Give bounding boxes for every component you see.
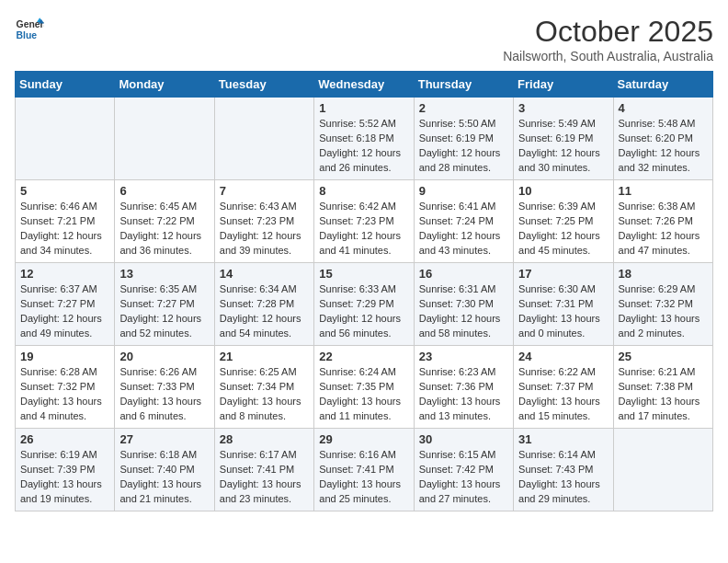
- calendar-cell: 19Sunrise: 6:28 AM Sunset: 7:32 PM Dayli…: [16, 346, 115, 429]
- day-info: Sunrise: 5:49 AM Sunset: 6:19 PM Dayligh…: [518, 117, 608, 176]
- logo: General Blue: [15, 15, 44, 44]
- day-number: 11: [619, 184, 708, 198]
- week-row-1: 1Sunrise: 5:52 AM Sunset: 6:18 PM Daylig…: [16, 98, 713, 180]
- calendar-cell: 2Sunrise: 5:50 AM Sunset: 6:19 PM Daylig…: [414, 98, 513, 180]
- day-info: Sunrise: 6:33 AM Sunset: 7:29 PM Dayligh…: [319, 282, 408, 341]
- calendar-cell: 5Sunrise: 6:46 AM Sunset: 7:21 PM Daylig…: [16, 180, 115, 263]
- day-info: Sunrise: 6:28 AM Sunset: 7:32 PM Dayligh…: [20, 365, 109, 424]
- day-info: Sunrise: 6:26 AM Sunset: 7:33 PM Dayligh…: [119, 365, 209, 424]
- day-info: Sunrise: 6:39 AM Sunset: 7:25 PM Dayligh…: [518, 200, 608, 259]
- day-number: 7: [220, 184, 309, 198]
- week-row-4: 19Sunrise: 6:28 AM Sunset: 7:32 PM Dayli…: [16, 346, 713, 429]
- day-info: Sunrise: 6:42 AM Sunset: 7:23 PM Dayligh…: [319, 200, 408, 259]
- title-block: October 2025 Nailsworth, South Australia…: [503, 15, 713, 63]
- day-info: Sunrise: 6:18 AM Sunset: 7:40 PM Dayligh…: [119, 448, 209, 507]
- day-number: 14: [220, 267, 309, 281]
- calendar-cell: 31Sunrise: 6:14 AM Sunset: 7:43 PM Dayli…: [514, 429, 613, 511]
- calendar-cell: 6Sunrise: 6:45 AM Sunset: 7:22 PM Daylig…: [115, 180, 214, 263]
- calendar-cell: 16Sunrise: 6:31 AM Sunset: 7:30 PM Dayli…: [414, 263, 513, 346]
- day-number: 30: [419, 432, 508, 446]
- day-number: 19: [20, 350, 109, 363]
- header-day-sunday: Sunday: [16, 72, 115, 98]
- calendar-cell: 29Sunrise: 6:16 AM Sunset: 7:41 PM Dayli…: [314, 429, 414, 511]
- calendar-cell: 15Sunrise: 6:33 AM Sunset: 7:29 PM Dayli…: [314, 263, 414, 346]
- day-number: 21: [220, 350, 309, 363]
- svg-text:Blue: Blue: [17, 30, 38, 40]
- calendar-cell: 12Sunrise: 6:37 AM Sunset: 7:27 PM Dayli…: [16, 263, 115, 346]
- calendar-cell: 1Sunrise: 5:52 AM Sunset: 6:18 PM Daylig…: [314, 98, 414, 180]
- day-number: 12: [20, 267, 109, 281]
- calendar-cell: 26Sunrise: 6:19 AM Sunset: 7:39 PM Dayli…: [16, 429, 115, 511]
- day-number: 27: [119, 432, 209, 446]
- calendar-cell: 7Sunrise: 6:43 AM Sunset: 7:23 PM Daylig…: [214, 180, 313, 263]
- header-day-saturday: Saturday: [613, 72, 712, 98]
- day-info: Sunrise: 6:25 AM Sunset: 7:34 PM Dayligh…: [220, 365, 309, 424]
- day-info: Sunrise: 6:31 AM Sunset: 7:30 PM Dayligh…: [419, 282, 508, 341]
- day-number: 28: [220, 432, 309, 446]
- day-info: Sunrise: 6:30 AM Sunset: 7:31 PM Dayligh…: [518, 282, 608, 341]
- day-number: 17: [518, 267, 608, 281]
- day-number: 2: [419, 101, 508, 115]
- calendar-cell: 22Sunrise: 6:24 AM Sunset: 7:35 PM Dayli…: [314, 346, 414, 429]
- day-number: 25: [619, 350, 708, 363]
- day-number: 22: [319, 350, 408, 363]
- day-info: Sunrise: 6:37 AM Sunset: 7:27 PM Dayligh…: [20, 282, 109, 341]
- calendar-cell: 17Sunrise: 6:30 AM Sunset: 7:31 PM Dayli…: [514, 263, 613, 346]
- day-number: 18: [619, 267, 708, 281]
- day-number: 5: [20, 184, 109, 198]
- day-number: 16: [419, 267, 508, 281]
- day-info: Sunrise: 5:48 AM Sunset: 6:20 PM Dayligh…: [619, 117, 708, 176]
- day-number: 23: [419, 350, 508, 363]
- day-info: Sunrise: 6:34 AM Sunset: 7:28 PM Dayligh…: [220, 282, 309, 341]
- calendar-cell: 8Sunrise: 6:42 AM Sunset: 7:23 PM Daylig…: [314, 180, 414, 263]
- header-day-monday: Monday: [115, 72, 214, 98]
- calendar-cell: 13Sunrise: 6:35 AM Sunset: 7:27 PM Dayli…: [115, 263, 214, 346]
- day-info: Sunrise: 6:14 AM Sunset: 7:43 PM Dayligh…: [518, 448, 608, 507]
- day-number: 10: [518, 184, 608, 198]
- day-info: Sunrise: 6:22 AM Sunset: 7:37 PM Dayligh…: [518, 365, 608, 424]
- calendar-cell: 21Sunrise: 6:25 AM Sunset: 7:34 PM Dayli…: [214, 346, 313, 429]
- calendar-cell: 24Sunrise: 6:22 AM Sunset: 7:37 PM Dayli…: [514, 346, 613, 429]
- calendar-cell: 11Sunrise: 6:38 AM Sunset: 7:26 PM Dayli…: [613, 180, 712, 263]
- day-info: Sunrise: 6:21 AM Sunset: 7:38 PM Dayligh…: [619, 365, 708, 424]
- week-row-3: 12Sunrise: 6:37 AM Sunset: 7:27 PM Dayli…: [16, 263, 713, 346]
- calendar-table: SundayMondayTuesdayWednesdayThursdayFrid…: [15, 71, 713, 511]
- day-number: 4: [619, 101, 708, 115]
- calendar-cell: 27Sunrise: 6:18 AM Sunset: 7:40 PM Dayli…: [115, 429, 214, 511]
- calendar-cell: [613, 429, 712, 511]
- day-info: Sunrise: 6:23 AM Sunset: 7:36 PM Dayligh…: [419, 365, 508, 424]
- page-header: General Blue October 2025 Nailsworth, So…: [15, 15, 713, 63]
- day-info: Sunrise: 6:35 AM Sunset: 7:27 PM Dayligh…: [119, 282, 209, 341]
- day-info: Sunrise: 5:50 AM Sunset: 6:19 PM Dayligh…: [419, 117, 508, 176]
- day-number: 6: [119, 184, 209, 198]
- day-info: Sunrise: 6:45 AM Sunset: 7:22 PM Dayligh…: [119, 200, 209, 259]
- header-row: SundayMondayTuesdayWednesdayThursdayFrid…: [16, 72, 713, 98]
- day-info: Sunrise: 6:16 AM Sunset: 7:41 PM Dayligh…: [319, 448, 408, 507]
- day-number: 9: [419, 184, 508, 198]
- day-info: Sunrise: 6:41 AM Sunset: 7:24 PM Dayligh…: [419, 200, 508, 259]
- header-day-friday: Friday: [514, 72, 613, 98]
- day-info: Sunrise: 6:43 AM Sunset: 7:23 PM Dayligh…: [220, 200, 309, 259]
- week-row-5: 26Sunrise: 6:19 AM Sunset: 7:39 PM Dayli…: [16, 429, 713, 511]
- day-info: Sunrise: 6:19 AM Sunset: 7:39 PM Dayligh…: [20, 448, 109, 507]
- calendar-cell: 23Sunrise: 6:23 AM Sunset: 7:36 PM Dayli…: [414, 346, 513, 429]
- calendar-cell: 10Sunrise: 6:39 AM Sunset: 7:25 PM Dayli…: [514, 180, 613, 263]
- day-number: 3: [518, 101, 608, 115]
- day-info: Sunrise: 6:24 AM Sunset: 7:35 PM Dayligh…: [319, 365, 408, 424]
- week-row-2: 5Sunrise: 6:46 AM Sunset: 7:21 PM Daylig…: [16, 180, 713, 263]
- day-number: 8: [319, 184, 408, 198]
- calendar-cell: 20Sunrise: 6:26 AM Sunset: 7:33 PM Dayli…: [115, 346, 214, 429]
- calendar-cell: [16, 98, 115, 180]
- day-info: Sunrise: 6:17 AM Sunset: 7:41 PM Dayligh…: [220, 448, 309, 507]
- day-info: Sunrise: 6:29 AM Sunset: 7:32 PM Dayligh…: [619, 282, 708, 341]
- calendar-cell: 18Sunrise: 6:29 AM Sunset: 7:32 PM Dayli…: [613, 263, 712, 346]
- day-info: Sunrise: 6:15 AM Sunset: 7:42 PM Dayligh…: [419, 448, 508, 507]
- day-number: 1: [319, 101, 408, 115]
- calendar-cell: 9Sunrise: 6:41 AM Sunset: 7:24 PM Daylig…: [414, 180, 513, 263]
- calendar-cell: 25Sunrise: 6:21 AM Sunset: 7:38 PM Dayli…: [613, 346, 712, 429]
- day-number: 26: [20, 432, 109, 446]
- day-number: 13: [119, 267, 209, 281]
- day-number: 15: [319, 267, 408, 281]
- day-number: 29: [319, 432, 408, 446]
- header-day-tuesday: Tuesday: [214, 72, 313, 98]
